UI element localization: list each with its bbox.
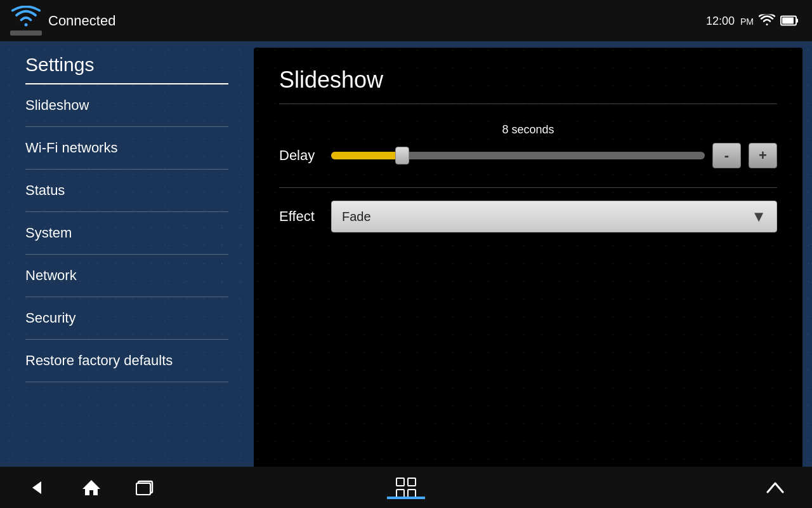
sidebar-item-security[interactable]: Security <box>25 297 228 340</box>
wifi-icon <box>10 6 42 30</box>
effect-row: Effect Fade ▼ <box>279 201 777 232</box>
status-bar-right: 12:00 PM <box>706 14 799 27</box>
delay-slider-fill <box>331 152 402 159</box>
sidebar-item-network[interactable]: Network <box>25 255 228 297</box>
page-title: Slideshow <box>279 67 777 104</box>
connected-label: Connected <box>48 13 115 29</box>
svg-marker-3 <box>32 481 41 494</box>
delay-slider-track[interactable] <box>331 152 705 159</box>
chevron-down-icon: ▼ <box>751 208 766 225</box>
svg-marker-4 <box>82 480 100 495</box>
status-bar: Connected 12:00 PM <box>0 0 812 41</box>
delay-slider-thumb[interactable] <box>395 147 409 164</box>
sidebar-item-system[interactable]: System <box>25 212 228 255</box>
delay-slider-container[interactable] <box>331 143 705 168</box>
sidebar-item-restore[interactable]: Restore factory defaults <box>25 340 228 382</box>
grid-icon <box>395 476 417 499</box>
effect-dropdown[interactable]: Fade ▼ <box>331 201 777 232</box>
wifi-status-icon <box>10 6 42 36</box>
sidebar: Settings Slideshow Wi-Fi networks Status… <box>0 41 254 467</box>
nav-center <box>395 476 417 499</box>
svg-rect-1 <box>782 18 794 24</box>
up-button[interactable] <box>764 476 787 499</box>
svg-rect-6 <box>136 483 150 495</box>
nav-left-group <box>25 476 157 499</box>
settings-title: Settings <box>25 54 228 84</box>
delay-label: Delay <box>279 147 324 164</box>
nav-active-indicator <box>387 497 425 499</box>
signal-wifi-icon <box>759 15 775 27</box>
content-panel: Slideshow 8 seconds Delay - + Effect <box>254 48 802 473</box>
sidebar-item-slideshow[interactable]: Slideshow <box>25 84 228 127</box>
recent-apps-icon <box>136 479 156 497</box>
nav-right-group <box>764 476 787 499</box>
main-area: Settings Slideshow Wi-Fi networks Status… <box>0 41 812 467</box>
grid-button[interactable] <box>395 476 417 499</box>
nav-bar <box>0 467 812 508</box>
back-button[interactable] <box>25 476 48 499</box>
svg-rect-2 <box>796 19 798 23</box>
section-divider <box>279 187 777 188</box>
time-display: 12:00 PM <box>706 14 754 27</box>
wifi-bar <box>10 30 42 36</box>
battery-icon <box>780 15 799 27</box>
delay-section: 8 seconds Delay - + <box>279 123 777 168</box>
home-icon <box>81 478 102 498</box>
delay-row: Delay - + <box>279 143 777 168</box>
delay-value-label: 8 seconds <box>279 123 777 137</box>
up-chevron-icon <box>766 481 785 495</box>
svg-rect-8 <box>396 478 404 486</box>
svg-rect-9 <box>408 478 416 486</box>
sidebar-item-wifi[interactable]: Wi-Fi networks <box>25 127 228 170</box>
delay-decrease-button[interactable]: - <box>712 143 741 168</box>
effect-selected-value: Fade <box>342 210 371 224</box>
sidebar-item-status[interactable]: Status <box>25 170 228 212</box>
effect-label: Effect <box>279 208 324 225</box>
recent-apps-button[interactable] <box>134 476 157 499</box>
delay-increase-button[interactable]: + <box>749 143 777 168</box>
home-button[interactable] <box>80 476 103 499</box>
back-icon <box>27 478 46 497</box>
